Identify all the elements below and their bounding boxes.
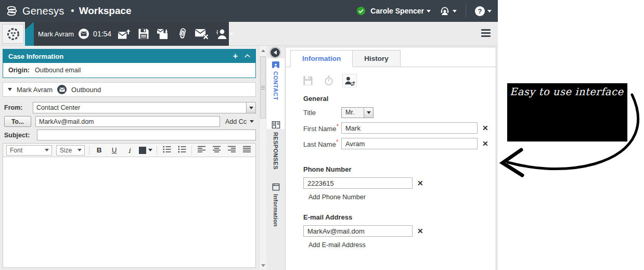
interactions-wheel-button[interactable]	[2, 24, 24, 44]
add-cc-label: Add Cc	[225, 118, 247, 125]
clear-first-name-button[interactable]: ✕	[482, 124, 488, 132]
chevron-down-icon	[249, 107, 253, 109]
consult-person-icon	[215, 28, 227, 40]
align-right-button[interactable]	[226, 145, 237, 156]
to-button[interactable]: To...	[4, 116, 31, 127]
color-swatch-icon	[139, 147, 146, 154]
party-name: Mark Avram	[17, 86, 53, 94]
from-dropdown-button[interactable]	[246, 102, 255, 113]
case-origin-row: Origin: Outbound email	[3, 63, 255, 78]
workspace-app: Genesys • Workspace Carole Spencer	[0, 0, 644, 270]
collapse-panel-button[interactable]	[271, 48, 280, 57]
tab-responses[interactable]: RESPONSES	[267, 118, 285, 180]
phone-field-row: ✕	[303, 177, 496, 189]
tab-contact-information[interactable]: Information	[290, 50, 353, 67]
party-expand-icon[interactable]	[8, 88, 12, 91]
attach-file-button[interactable]	[176, 28, 188, 40]
vertical-scrollbar[interactable]	[259, 46, 266, 270]
align-left-button[interactable]	[196, 145, 207, 156]
address-fields: From: Contact Center To... Add Cc Subjec…	[0, 102, 259, 140]
clear-phone-button[interactable]: ✕	[417, 179, 423, 187]
toolbar-separator	[157, 146, 157, 155]
annotation-callout: Easy to use interface	[507, 83, 627, 142]
to-input[interactable]	[35, 116, 220, 127]
email-address-input[interactable]	[303, 225, 413, 237]
side-tab-strip: CONTACT RESPONSES Information	[267, 46, 285, 270]
collapse-case-info-icon[interactable]	[244, 54, 250, 60]
add-cc-button[interactable]: Add Cc	[225, 118, 254, 125]
ordered-list-button[interactable]	[161, 145, 172, 156]
workbin-icon	[156, 28, 170, 40]
tab-contact-label: CONTACT	[273, 71, 279, 100]
channel-menu-button[interactable]	[440, 6, 457, 16]
assign-contact-button[interactable]	[342, 74, 357, 87]
help-icon: ?	[475, 6, 485, 16]
subject-row: Subject:	[2, 130, 256, 140]
last-name-input[interactable]	[341, 138, 478, 149]
interaction-party-row[interactable]: Mark Avram Outbound	[3, 82, 256, 97]
contact-badge-icon	[272, 61, 279, 68]
responses-book-icon	[272, 121, 280, 129]
reset-contact-button[interactable]	[321, 74, 336, 87]
scrollbar-thumb[interactable]	[260, 56, 266, 119]
tab-contact-history[interactable]: History	[353, 50, 401, 67]
save-icon	[138, 28, 149, 40]
first-name-input[interactable]	[341, 122, 478, 134]
party-action-menu-button[interactable]	[215, 28, 234, 40]
bullet-list-button[interactable]	[176, 145, 187, 156]
brand-separator: •	[71, 6, 74, 17]
title-select[interactable]: Mr.	[341, 107, 373, 118]
headset-icon	[440, 6, 450, 16]
information-page-icon	[272, 183, 280, 191]
from-select[interactable]: Contact Center	[33, 102, 256, 113]
add-email-address-link[interactable]: Add E-mail Address	[308, 241, 366, 249]
agent-menu-button[interactable]: Carole Spencer	[370, 7, 431, 15]
help-menu-button[interactable]: ?	[475, 6, 492, 16]
font-select[interactable]: Font	[6, 145, 52, 156]
clear-last-name-button[interactable]: ✕	[482, 140, 488, 147]
case-information-header: Case Information +	[3, 49, 255, 63]
scroll-down-button[interactable]	[260, 262, 267, 269]
triangle-down-icon	[261, 264, 265, 267]
title-field-row: Title Mr.	[303, 107, 496, 118]
top-bar: Genesys • Workspace Carole Spencer	[0, 0, 498, 22]
send-email-button[interactable]	[118, 28, 131, 40]
subject-input[interactable]	[37, 130, 256, 140]
phone-number-input[interactable]	[303, 177, 413, 189]
italic-button[interactable]: i	[124, 145, 135, 156]
font-color-button[interactable]	[139, 147, 152, 154]
size-select-value: Size	[57, 147, 78, 154]
outbound-email-icon	[57, 85, 67, 94]
add-case-data-button[interactable]: +	[233, 52, 238, 61]
email-field-row: ✕	[303, 225, 496, 237]
add-phone-number-link[interactable]: Add Phone Number	[308, 194, 366, 201]
annotation-text: Easy to use interface	[510, 86, 623, 98]
interaction-timer: 01:54	[93, 30, 111, 38]
genesys-logo-icon	[5, 4, 19, 18]
delete-email-button[interactable]	[195, 28, 209, 40]
size-select[interactable]: Size	[56, 145, 85, 156]
toolbar-separator	[89, 146, 89, 155]
bold-button[interactable]: B	[94, 145, 105, 156]
title-dropdown-button[interactable]	[364, 108, 373, 118]
font-select-value: Font	[7, 147, 45, 154]
justify-button[interactable]	[241, 145, 252, 156]
underline-button[interactable]: U	[109, 145, 120, 156]
active-interaction-bar[interactable]: Mark Avram 01:54	[25, 22, 229, 46]
email-body-editor[interactable]	[3, 157, 256, 268]
main-menu-button[interactable]	[481, 29, 491, 37]
email-action-icons	[118, 28, 209, 40]
origin-value: Outbound email	[35, 67, 81, 74]
clear-email-button[interactable]: ✕	[417, 227, 423, 235]
save-email-button[interactable]	[138, 28, 149, 40]
tab-information[interactable]: Information	[267, 180, 285, 241]
general-section-title: General	[303, 95, 496, 102]
move-to-workbin-button[interactable]	[156, 28, 170, 40]
triangle-up-icon	[261, 49, 265, 52]
last-name-field-row: Last Name* ✕	[303, 138, 496, 149]
email-section-title: E-mail Address	[303, 213, 496, 221]
direction-label: Outbound	[71, 86, 101, 94]
align-center-button[interactable]	[211, 145, 222, 156]
save-contact-button[interactable]	[301, 74, 315, 87]
scroll-up-button[interactable]	[260, 47, 267, 54]
